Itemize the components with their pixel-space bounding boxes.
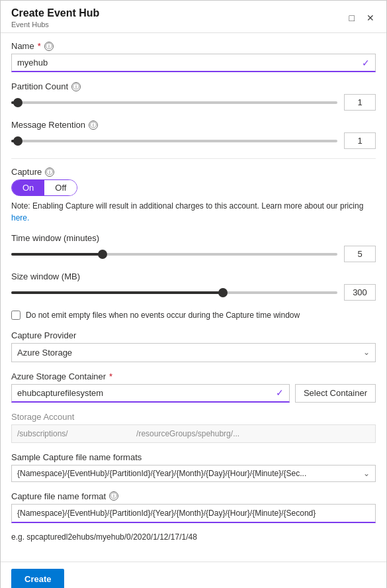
name-input[interactable] <box>12 54 357 71</box>
partition-info-icon: ⓘ <box>71 82 81 91</box>
size-window-slider-thumb[interactable] <box>218 288 228 297</box>
close-button[interactable]: ✕ <box>363 11 378 24</box>
format-info-icon: ⓘ <box>109 491 118 501</box>
capture-provider-chevron-icon: ⌄ <box>363 348 370 357</box>
toggle-off-button[interactable]: Off <box>44 180 77 195</box>
storage-input-wrapper: ✓ <box>11 384 290 403</box>
sample-capture-input[interactable] <box>12 466 358 481</box>
azure-storage-group: Azure Storage Container * ✓ Select Conta… <box>11 371 376 403</box>
storage-check-icon: ✓ <box>271 387 289 398</box>
time-window-value[interactable]: 5 <box>344 246 376 262</box>
capture-format-input[interactable] <box>11 504 376 523</box>
window-subtitle: Event Hubs <box>11 21 99 28</box>
retention-value[interactable]: 1 <box>344 132 376 149</box>
window-title: Create Event Hub <box>11 7 99 19</box>
time-window-label: Time window (minutes) <box>11 233 376 243</box>
maximize-icon: □ <box>349 13 355 23</box>
partition-slider-track <box>11 101 337 104</box>
storage-input-container: ✓ <box>11 384 290 403</box>
message-retention-label: Message Retention ⓘ <box>11 120 376 130</box>
storage-account-label: Storage Account <box>11 412 376 422</box>
capture-label: Capture ⓘ <box>11 167 376 177</box>
time-window-slider-thumb[interactable] <box>98 250 107 259</box>
capture-note: Note: Enabling Capture will result in ad… <box>11 200 376 224</box>
name-info-icon: ⓘ <box>44 42 54 51</box>
sample-capture-group: Sample Capture file name formats ⌄ <box>11 452 376 482</box>
name-group: Name * ⓘ ✓ <box>11 41 376 72</box>
footer: Create <box>1 562 386 588</box>
azure-storage-input[interactable] <box>12 385 271 401</box>
size-window-group: Size window (MB) 300 <box>11 271 376 301</box>
partition-count-value[interactable]: 1 <box>344 94 376 111</box>
name-input-wrapper: ✓ <box>11 54 376 72</box>
partition-count-label: Partition Count ⓘ <box>11 81 376 91</box>
storage-account-group: Storage Account /subscriptions/ /resourc… <box>11 412 376 443</box>
select-container-button[interactable]: Select Container <box>295 384 376 403</box>
time-window-slider-fill <box>11 253 103 256</box>
capture-format-label: Capture file name format ⓘ <box>11 491 376 501</box>
name-required-indicator: * <box>38 41 41 51</box>
capture-toggle-group: On Off <box>11 179 376 196</box>
form-content: Name * ⓘ ✓ Partition Count ⓘ <box>1 33 386 562</box>
capture-group: Capture ⓘ On Off Note: Enabling Capture … <box>11 167 376 224</box>
empty-files-label: Do not emit empty files when no events o… <box>26 310 300 321</box>
partition-slider-thumb[interactable] <box>13 98 22 107</box>
storage-required-indicator: * <box>109 371 112 381</box>
size-window-slider-track <box>11 291 337 294</box>
capture-provider-value: Azure Storage <box>17 348 72 358</box>
close-icon: ✕ <box>366 13 374 23</box>
sample-capture-dropdown[interactable]: ⌄ <box>11 465 376 482</box>
retention-slider-row: 1 <box>11 132 376 149</box>
maximize-button[interactable]: □ <box>345 11 359 24</box>
size-window-label: Size window (MB) <box>11 271 376 281</box>
size-window-slider-fill <box>11 291 223 294</box>
sample-capture-chevron-icon: ⌄ <box>358 469 375 478</box>
capture-format-group: Capture file name format ⓘ <box>11 491 376 523</box>
time-window-group: Time window (minutes) 5 <box>11 233 376 262</box>
size-window-value[interactable]: 300 <box>344 284 376 301</box>
capture-provider-dropdown[interactable]: Azure Storage ⌄ <box>11 343 376 362</box>
capture-provider-group: Capture Provider Azure Storage ⌄ <box>11 330 376 362</box>
partition-slider-container <box>11 96 337 109</box>
size-window-slider-container <box>11 286 337 299</box>
capture-info-icon: ⓘ <box>45 168 54 177</box>
time-window-slider-track <box>11 253 337 256</box>
window-controls: □ ✕ <box>345 11 378 24</box>
example-text: e.g. spcapturedl2ehubs/myehub/0/2020/1/1… <box>11 532 376 542</box>
time-window-slider-row: 5 <box>11 246 376 262</box>
name-check-icon: ✓ <box>357 58 375 68</box>
empty-files-checkbox-row: Do not emit empty files when no events o… <box>11 310 376 321</box>
name-label: Name * ⓘ <box>11 41 376 51</box>
message-retention-group: Message Retention ⓘ 1 <box>11 120 376 149</box>
sample-capture-label: Sample Capture file name formats <box>11 452 376 462</box>
partition-count-group: Partition Count ⓘ 1 <box>11 81 376 111</box>
storage-row: ✓ Select Container <box>11 384 376 403</box>
partition-slider-row: 1 <box>11 94 376 111</box>
empty-files-checkbox[interactable] <box>11 311 21 320</box>
retention-info-icon: ⓘ <box>89 121 98 130</box>
azure-storage-label: Azure Storage Container * <box>11 371 376 381</box>
retention-slider-container <box>11 134 337 148</box>
capture-toggle: On Off <box>11 179 77 196</box>
pricing-link[interactable]: here. <box>11 213 29 222</box>
retention-slider-thumb[interactable] <box>13 136 22 146</box>
time-window-slider-container <box>11 248 337 261</box>
create-event-hub-window: Create Event Hub Event Hubs □ ✕ Name * ⓘ… <box>0 0 387 588</box>
retention-slider-track <box>11 140 337 142</box>
capture-provider-label: Capture Provider <box>11 330 376 340</box>
storage-account-value: /subscriptions/ /resourceGroups/spehubrg… <box>11 424 376 443</box>
title-bar: Create Event Hub Event Hubs □ ✕ <box>1 1 386 33</box>
create-button[interactable]: Create <box>11 569 64 588</box>
size-window-slider-row: 300 <box>11 284 376 301</box>
toggle-on-button[interactable]: On <box>12 180 44 195</box>
